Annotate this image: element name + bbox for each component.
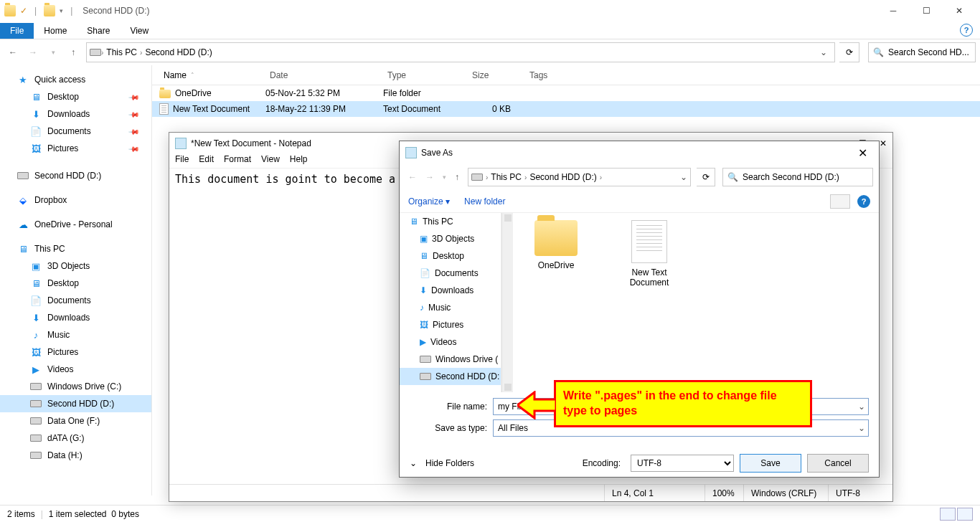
dlg-file-newtext[interactable]: New Text Document: [613, 220, 685, 288]
dialog-tree-scrollbar[interactable]: [501, 213, 513, 392]
nav-onedrive[interactable]: ☁OneDrive - Personal: [0, 216, 151, 233]
file-row[interactable]: OneDrive 05-Nov-21 5:32 PM File folder: [152, 85, 980, 101]
dialog-icon: [405, 147, 417, 158]
maximize-button[interactable]: ☐: [910, 0, 943, 22]
qat-check-icon[interactable]: ✓: [20, 6, 27, 16]
tree-c-drive[interactable]: Windows Drive (: [400, 351, 501, 368]
forward-button[interactable]: →: [24, 44, 42, 61]
dlg-refresh-button[interactable]: ⟳: [697, 168, 715, 186]
recent-dropdown[interactable]: ▾: [44, 44, 62, 61]
tree-downloads[interactable]: ⬇Downloads: [400, 282, 501, 299]
drive-icon: [471, 174, 483, 181]
nav-quick-access[interactable]: ★Quick access: [0, 71, 151, 88]
hide-folders-button[interactable]: Hide Folders: [425, 458, 474, 468]
dlg-up-button[interactable]: ↑: [452, 172, 462, 182]
refresh-button[interactable]: ⟳: [839, 42, 859, 62]
address-dropdown-icon[interactable]: ⌄: [816, 47, 831, 57]
view-details-button[interactable]: [940, 508, 956, 521]
organize-button[interactable]: Organize ▾: [408, 196, 450, 207]
dlg-recent-dropdown[interactable]: ▾: [440, 174, 449, 181]
tree-videos[interactable]: ▶Videos: [400, 333, 501, 351]
nav-pc-music[interactable]: ♪Music: [0, 326, 151, 343]
nav-pc-c-drive[interactable]: Windows Drive (C:): [0, 378, 151, 395]
nav-3d-objects[interactable]: ▣3D Objects: [0, 257, 151, 275]
np-menu-help[interactable]: Help: [290, 154, 308, 168]
col-name[interactable]: Name˄: [159, 70, 265, 80]
tree-thispc[interactable]: 🖥This PC: [400, 213, 501, 230]
nav-pc-h-drive[interactable]: Data (H:): [0, 447, 151, 464]
tab-home[interactable]: Home: [34, 23, 77, 39]
minimize-button[interactable]: ─: [877, 0, 910, 22]
np-menu-file[interactable]: File: [175, 154, 189, 168]
breadcrumb-thispc[interactable]: This PC: [103, 47, 140, 57]
annotation-callout: Write ".pages" in the end to change file…: [554, 380, 812, 427]
nav-pc-desktop[interactable]: 🖥Desktop: [0, 275, 151, 292]
address-bar[interactable]: › This PC › Second HDD (D:) ⌄: [86, 42, 835, 62]
np-status-eol: Windows (CRLF): [743, 485, 828, 501]
nav-pc-pictures[interactable]: 🖼Pictures: [0, 343, 151, 361]
file-row[interactable]: New Text Document 18-May-22 11:39 PM Tex…: [152, 101, 980, 117]
col-type[interactable]: Type: [383, 70, 468, 80]
np-menu-edit[interactable]: Edit: [199, 154, 214, 168]
nav-pc-f-drive[interactable]: Data One (F:): [0, 412, 151, 430]
nav-pc-downloads[interactable]: ⬇Downloads: [0, 309, 151, 326]
dlg-search-input[interactable]: 🔍 Search Second HDD (D:): [722, 168, 873, 186]
save-button[interactable]: Save: [740, 454, 801, 473]
tree-d-drive[interactable]: Second HDD (D:: [400, 368, 501, 385]
tree-3d[interactable]: ▣3D Objects: [400, 230, 501, 247]
encoding-select[interactable]: UTF-8: [631, 455, 734, 472]
svg-marker-0: [517, 392, 556, 418]
dlg-forward-button[interactable]: →: [423, 172, 437, 182]
folder-icon: [4, 5, 16, 16]
saveastype-label: Save as type:: [410, 423, 493, 433]
tree-music[interactable]: ♪Music: [400, 299, 501, 316]
nav-thispc[interactable]: 🖥This PC: [0, 240, 151, 257]
tree-desktop[interactable]: 🖥Desktop: [400, 247, 501, 265]
nav-documents[interactable]: 📄Documents📌: [0, 123, 151, 140]
dialog-toolbar: Organize ▾ New folder ?: [400, 190, 879, 213]
nav-desktop[interactable]: 🖥Desktop📌: [0, 88, 151, 105]
tab-file[interactable]: File: [0, 23, 34, 39]
dlg-file-onedrive[interactable]: OneDrive: [520, 220, 592, 270]
dlg-crumb-drive[interactable]: Second HDD (D:): [529, 172, 596, 182]
nav-row: ← → ▾ ↑ › This PC › Second HDD (D:) ⌄ ⟳ …: [0, 39, 980, 65]
col-date[interactable]: Date: [265, 70, 383, 80]
nav-pc-documents[interactable]: 📄Documents: [0, 292, 151, 309]
tab-view[interactable]: View: [120, 23, 159, 39]
tab-share[interactable]: Share: [77, 23, 120, 39]
dlg-view-button[interactable]: [830, 194, 850, 209]
dialog-close-button[interactable]: ✕: [852, 146, 873, 160]
search-input[interactable]: 🔍 Search Second HD...: [868, 42, 976, 62]
nav-dropbox[interactable]: ⬙Dropbox: [0, 191, 151, 209]
cancel-button[interactable]: Cancel: [807, 454, 869, 473]
col-size[interactable]: Size: [468, 70, 525, 80]
dialog-file-list[interactable]: OneDrive New Text Document: [513, 213, 879, 392]
qat-dropdown-icon[interactable]: ▾: [60, 7, 63, 14]
nav-downloads[interactable]: ⬇Downloads📌: [0, 105, 151, 123]
view-large-button[interactable]: [957, 508, 973, 521]
breadcrumb-drive[interactable]: Second HDD (D:): [142, 47, 215, 57]
status-selected: 1 item selected: [49, 509, 107, 519]
nav-pc-videos[interactable]: ▶Videos: [0, 361, 151, 378]
back-button[interactable]: ←: [4, 44, 22, 61]
close-button[interactable]: ✕: [943, 0, 976, 22]
nav-pc-d-drive[interactable]: Second HDD (D:): [0, 395, 151, 412]
nav-second-hdd[interactable]: Second HDD (D:): [0, 167, 151, 184]
col-tags[interactable]: Tags: [525, 70, 583, 80]
dlg-back-button[interactable]: ←: [405, 172, 420, 182]
tree-documents[interactable]: 📄Documents: [400, 265, 501, 282]
up-button[interactable]: ↑: [65, 44, 82, 61]
dlg-crumb-thispc[interactable]: This PC: [491, 172, 522, 182]
tree-pictures[interactable]: 🖼Pictures: [400, 316, 501, 333]
nav-pc-g-drive[interactable]: dATA (G:): [0, 430, 151, 447]
help-icon[interactable]: ?: [960, 24, 973, 37]
dlg-address-bar[interactable]: › This PC › Second HDD (D:) › ⌄: [468, 168, 691, 186]
nav-pictures[interactable]: 🖼Pictures📌: [0, 140, 151, 157]
new-folder-button[interactable]: New folder: [464, 196, 505, 207]
dlg-help-icon[interactable]: ?: [857, 195, 870, 208]
chevron-down-icon[interactable]: ⌄: [410, 458, 417, 468]
np-menu-format[interactable]: Format: [224, 154, 251, 168]
document-icon: [631, 220, 667, 263]
np-menu-view[interactable]: View: [261, 154, 280, 168]
np-close-button[interactable]: ✕: [880, 138, 887, 148]
